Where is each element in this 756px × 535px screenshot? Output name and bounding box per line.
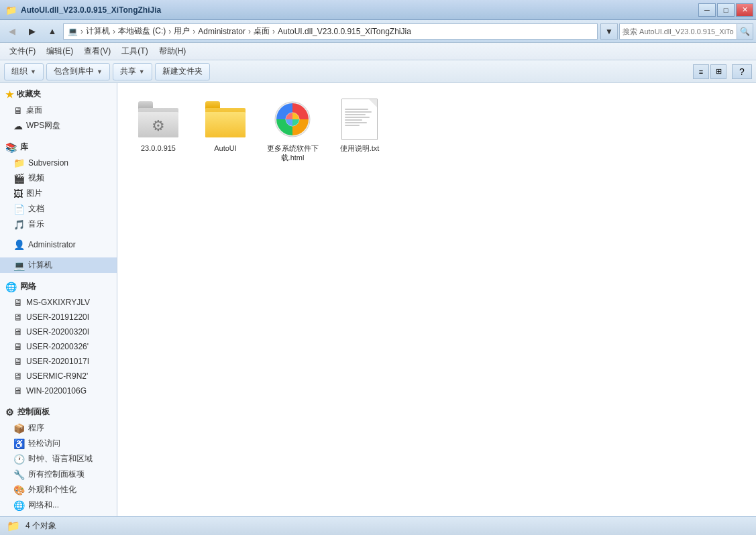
sidebar-item-picture[interactable]: 🖼 图片 [0,186,117,201]
nav-refresh-button[interactable]: ▼ [600,23,618,40]
desktop-label: 桌面 [26,105,42,116]
view-controls: ≡ ⊞ [693,64,726,79]
computer-icon: 💻 [13,260,25,271]
view-list-button[interactable]: ≡ [693,64,709,79]
up-button[interactable]: ▲ [43,23,62,40]
back-button[interactable]: ◀ [3,23,21,40]
folder-icon-1 [205,101,246,137]
document-icon: 📄 [13,204,25,215]
programs-icon: 📦 [13,423,25,434]
breadcrumb-item-5[interactable]: AutoUI.dll_V23.0.0.915_XiTongZhiJia [278,27,411,36]
breadcrumb[interactable]: 💻 › 计算机 › 本地磁盘 (C:) › 用户 › Administrator… [63,23,598,40]
forward-button[interactable]: ▶ [23,23,42,40]
sidebar-item-administrator[interactable]: 👤 Administrator [0,237,117,252]
sidebar-item-network-5[interactable]: 🖥 USERMIC-R9N2' [0,369,117,383]
appearance-icon: 🎨 [13,485,25,495]
sidebar-item-allpanels[interactable]: 🔧 所有控制面板项 [0,467,117,482]
new-folder-button[interactable]: 新建文件夹 [155,63,210,80]
sidebar-item-network-2[interactable]: 🖥 USER-20200320I [0,324,117,339]
breadcrumb-sep-1: › [113,27,115,36]
sidebar-item-video[interactable]: 🎬 视频 [0,170,117,186]
breadcrumb-item-2[interactable]: 用户 [174,25,190,37]
sidebar-item-subversion[interactable]: 📁 Subversion [0,156,117,170]
sidebar-item-appearance[interactable]: 🎨 外观和个性化 [0,482,117,497]
window-icon: 📁 [5,5,17,15]
sidebar-item-network-4[interactable]: 🖥 USER-20201017I [0,354,117,369]
sidebar-controlpanel-header[interactable]: ⚙ 控制面板 [0,404,117,420]
textfile-line-3 [345,114,366,115]
sidebar-item-programs[interactable]: 📦 程序 [0,420,117,436]
library-label: 库 [20,141,28,153]
help-button[interactable]: ? [732,64,752,79]
file-item-3[interactable]: 使用说明.txt [329,94,390,167]
breadcrumb-item-4[interactable]: 桌面 [254,25,270,37]
allpanels-label: 所有控制面板项 [28,469,85,480]
network-pc-6-icon: 🖥 [13,385,23,396]
network-label: 网络 [20,281,36,292]
sidebar-library-header[interactable]: 📚 库 [0,139,117,156]
sidebar-item-computer[interactable]: 💻 计算机 [0,257,117,273]
breadcrumb-item-3[interactable]: Administrator [198,27,246,36]
file-item-1[interactable]: AutoUI [195,94,256,167]
menu-tools[interactable]: 工具(T) [116,44,153,59]
close-button[interactable]: ✕ [736,3,753,17]
menu-edit[interactable]: 编辑(E) [41,44,78,59]
sidebar-item-network-1[interactable]: 🖥 USER-20191220I [0,310,117,324]
include-library-button[interactable]: 包含到库中 ▼ [46,63,110,80]
search-bar[interactable]: 🔍 [619,23,753,40]
sidebar-item-music[interactable]: 🎵 音乐 [0,217,117,232]
organize-arrow-icon: ▼ [30,68,36,75]
new-folder-label: 新建文件夹 [162,66,203,77]
menu-file[interactable]: 文件(F) [4,44,41,59]
menu-view[interactable]: 查看(V) [78,44,116,59]
sidebar-item-accessibility[interactable]: ♿ 轻松访问 [0,436,117,451]
file-item-0[interactable]: ⚙ 23.0.0.915 [128,94,188,167]
share-button[interactable]: 共享 ▼ [113,63,152,80]
status-bar: 📁 4 个对象 [0,516,756,535]
network-pc-1-icon: 🖥 [13,312,23,322]
sidebar-controlpanel-section: ⚙ 控制面板 📦 程序 ♿ 轻松访问 🕐 时钟、语言和区域 🔧 所有控制面板项 … [0,401,117,516]
clock-icon: 🕐 [13,454,25,465]
picture-label: 图片 [26,188,42,199]
search-input[interactable] [620,27,737,36]
file-item-2[interactable]: 更多系统软件下载.html [262,94,323,167]
title-bar-controls: ─ □ ✕ [698,3,753,17]
view-grid-button[interactable]: ⊞ [710,64,726,79]
menu-help[interactable]: 帮助(H) [154,44,192,59]
sidebar-item-network-6[interactable]: 🖥 WIN-20200106G [0,383,117,398]
sidebar-item-network2[interactable]: 🌐 网络和... [0,497,117,513]
minimize-button[interactable]: ─ [698,3,716,17]
nav-bar: ◀ ▶ ▲ 💻 › 计算机 › 本地磁盘 (C:) › 用户 › Adminis… [0,20,756,43]
search-icon[interactable]: 🔍 [737,24,753,39]
sidebar-item-desktop[interactable]: 🖥 桌面 [0,103,117,118]
sidebar-item-network-3[interactable]: 🖥 USER-20200326' [0,339,117,354]
organize-button[interactable]: 组织 ▼ [4,63,44,80]
sidebar-library-section: 📚 库 📁 Subversion 🎬 视频 🖼 图片 📄 文档 🎵 音乐 [0,136,117,235]
accessibility-label: 轻松访问 [28,438,60,449]
network-pc-4-label: USER-20201017I [26,357,89,366]
desktop-icon: 🖥 [13,105,23,116]
sidebar-network-header[interactable]: 🌐 网络 [0,278,117,295]
textfile-line-2 [345,111,372,113]
favorites-label: 收藏夹 [17,88,41,100]
sidebar-computer-section: 💻 计算机 [0,255,117,276]
network2-label: 网络和... [28,499,59,511]
sidebar-item-document[interactable]: 📄 文档 [0,201,117,217]
sidebar-item-network-0[interactable]: 🖥 MS-GXKIXRYJLV [0,295,117,310]
sidebar-item-wps[interactable]: ☁ WPS网盘 [0,118,117,133]
picture-icon: 🖼 [13,188,23,199]
textfile-line-6 [345,122,367,123]
admin-label: Administrator [28,240,76,249]
sidebar-item-clock[interactable]: 🕐 时钟、语言和区域 [0,451,117,467]
breadcrumb-item-1[interactable]: 本地磁盘 (C:) [118,25,166,37]
maximize-button[interactable]: □ [717,3,735,17]
network-icon: 🌐 [5,282,17,292]
textfile-icon-3 [341,99,378,140]
toolbar: 组织 ▼ 包含到库中 ▼ 共享 ▼ 新建文件夹 ≡ ⊞ ? [0,60,756,83]
sidebar-favorites-header[interactable]: ★ 收藏夹 [0,86,117,103]
wps-label: WPS网盘 [26,120,60,131]
sidebar-admin-section: 👤 Administrator [0,235,117,255]
title-bar-left: 📁 AutoUI.dll_V23.0.0.915_XiTongZhiJia [5,5,161,15]
subversion-icon: 📁 [13,158,25,168]
breadcrumb-item-0[interactable]: 计算机 [86,25,110,37]
